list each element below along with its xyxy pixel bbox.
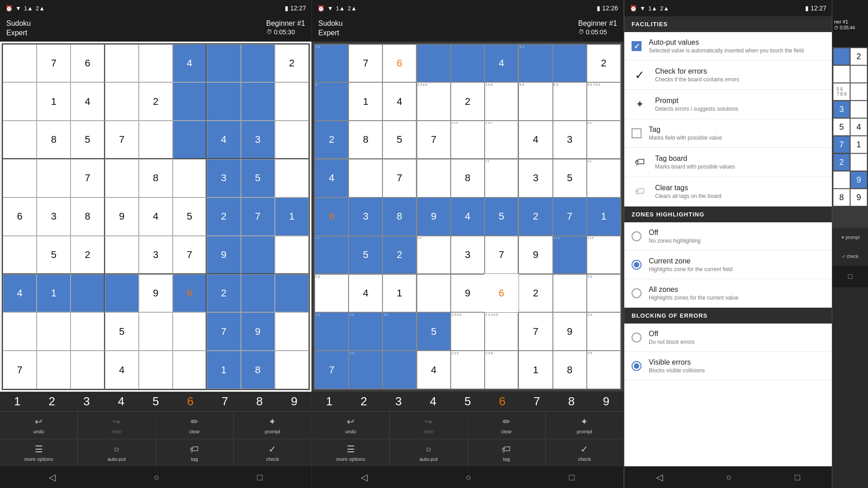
home-icon-1[interactable]: ○ bbox=[154, 472, 159, 483]
cell-1-6-2[interactable] bbox=[71, 274, 104, 313]
cell-1-0-0[interactable] bbox=[3, 44, 37, 83]
tag-btn-2[interactable]: 🏷 tag bbox=[468, 439, 546, 466]
cell-1-1-4[interactable]: 2 bbox=[139, 82, 173, 121]
num-3[interactable]: 3 bbox=[76, 394, 96, 408]
clear-btn-2[interactable]: ✏ clear bbox=[468, 412, 546, 439]
cell-1-1-5[interactable] bbox=[173, 82, 207, 121]
cell-2-5-4[interactable]: 3 bbox=[451, 236, 485, 274]
zones-off-radio[interactable] bbox=[632, 231, 642, 241]
cell-1-3-5[interactable] bbox=[173, 159, 207, 197]
p2-num-9[interactable]: 9 bbox=[596, 394, 616, 408]
cell-2-5-1[interactable]: 5 bbox=[349, 236, 382, 274]
cell-1-6-8[interactable] bbox=[275, 274, 309, 313]
cell-1-1-1[interactable]: 1 bbox=[37, 82, 71, 121]
cell-2-2-6[interactable]: 4 bbox=[519, 121, 552, 159]
cell-1-5-3[interactable] bbox=[105, 236, 139, 274]
cell-2-0-3[interactable] bbox=[417, 44, 451, 83]
cell-2-0-7[interactable] bbox=[553, 44, 587, 83]
cell-1-4-5[interactable]: 5 bbox=[173, 197, 207, 236]
cell-2-1-7[interactable]: 6 9 bbox=[553, 82, 587, 121]
cell-2-2-4[interactable]: 1 6 9 bbox=[451, 121, 485, 159]
cell-1-3-0[interactable] bbox=[3, 159, 37, 197]
cell-2-5-2[interactable]: 2 bbox=[382, 236, 416, 274]
cell-2-1-0[interactable]: 9 bbox=[315, 82, 349, 121]
cell-2-6-2[interactable]: 1 bbox=[382, 274, 416, 313]
current-zone-radio[interactable] bbox=[632, 260, 642, 270]
visible-errors-radio[interactable] bbox=[632, 361, 642, 371]
cell-2-1-8[interactable]: 5 6 7 8 9 bbox=[587, 82, 621, 121]
cell-2-4-6[interactable]: 2 bbox=[519, 197, 552, 236]
num-1[interactable]: 1 bbox=[7, 394, 27, 408]
cell-1-2-5[interactable] bbox=[173, 121, 207, 159]
auto-put-btn-2[interactable]: ○ auto-put bbox=[390, 439, 467, 466]
cell-2-6-8[interactable]: 3 5 bbox=[587, 274, 621, 313]
cell-2-4-3[interactable]: 9 bbox=[417, 197, 451, 236]
cell-2-7-5[interactable]: 1 2 3 6 8 bbox=[485, 312, 519, 351]
cell-1-5-8[interactable] bbox=[275, 236, 309, 274]
cell-1-6-0[interactable]: 4 bbox=[3, 274, 37, 313]
redo-btn-2[interactable]: ↪ redo bbox=[390, 412, 467, 439]
recents-icon-2[interactable]: □ bbox=[569, 472, 575, 483]
cell-1-0-2[interactable]: 6 bbox=[71, 44, 104, 83]
cell-2-8-5[interactable]: 2 3 6 bbox=[485, 351, 519, 389]
cell-1-7-4[interactable] bbox=[139, 312, 173, 351]
cell-1-0-6[interactable] bbox=[207, 44, 241, 83]
cell-1-7-5[interactable] bbox=[173, 312, 207, 351]
cell-2-8-8[interactable]: 3 5 bbox=[587, 351, 621, 389]
cell-2-3-8[interactable]: 4 6 bbox=[587, 159, 621, 197]
cell-2-0-5[interactable]: 4 bbox=[485, 44, 519, 83]
cell-1-7-6[interactable]: 7 bbox=[207, 312, 241, 351]
cell-2-2-5[interactable]: 1 6 9 bbox=[485, 121, 519, 159]
cell-2-3-4[interactable]: 8 bbox=[451, 159, 485, 197]
cell-1-8-5[interactable] bbox=[173, 351, 207, 389]
p2-num-1[interactable]: 1 bbox=[319, 394, 339, 408]
num-8[interactable]: 8 bbox=[250, 394, 269, 408]
cell-2-7-4[interactable]: 2 3 6 8 bbox=[451, 312, 485, 351]
cell-1-2-4[interactable] bbox=[139, 121, 173, 159]
cell-2-0-1[interactable]: 7 bbox=[349, 44, 382, 83]
check-btn-2[interactable]: ✓ check bbox=[546, 439, 623, 466]
cell-1-1-0[interactable] bbox=[3, 82, 37, 121]
settings-item-tag[interactable]: Tag Marks field with possible value bbox=[624, 119, 832, 148]
cell-1-4-2[interactable]: 8 bbox=[71, 197, 104, 236]
cell-2-4-5[interactable]: 5 bbox=[485, 197, 519, 236]
cell-1-4-4[interactable]: 4 bbox=[139, 197, 173, 236]
p2-num-3[interactable]: 3 bbox=[388, 394, 408, 408]
cell-1-6-7[interactable] bbox=[241, 274, 275, 313]
cell-2-4-4[interactable]: 4 bbox=[451, 197, 485, 236]
cell-2-3-5[interactable]: 2 6 bbox=[485, 159, 519, 197]
cell-2-7-1[interactable]: 2 6 bbox=[349, 312, 382, 351]
cell-1-3-3[interactable] bbox=[105, 159, 139, 197]
cell-1-6-1[interactable]: 1 bbox=[37, 274, 71, 313]
blocking-off-radio[interactable] bbox=[632, 333, 642, 343]
settings-item-blocking-off[interactable]: Off Do not block errors bbox=[624, 324, 832, 352]
cell-2-4-1[interactable]: 3 bbox=[349, 197, 382, 236]
p2-num-7[interactable]: 7 bbox=[527, 394, 547, 408]
cell-2-8-4[interactable]: 2 3 6 bbox=[451, 351, 485, 389]
settings-item-autoput[interactable]: ✓ Auto-put values Selected value is auto… bbox=[624, 32, 832, 61]
num-2[interactable]: 2 bbox=[42, 394, 62, 408]
cell-2-5-0[interactable]: 1 4 bbox=[315, 236, 349, 274]
cell-1-6-5[interactable]: 6 bbox=[173, 274, 207, 313]
cell-2-3-7[interactable]: 5 bbox=[553, 159, 587, 197]
settings-list[interactable]: ✓ Auto-put values Selected value is auto… bbox=[624, 32, 832, 466]
recents-icon-1[interactable]: □ bbox=[257, 472, 263, 483]
num-4[interactable]: 4 bbox=[111, 394, 131, 408]
p2-num-4[interactable]: 4 bbox=[423, 394, 443, 408]
cell-1-6-3[interactable] bbox=[105, 274, 139, 313]
cell-2-1-2[interactable]: 4 bbox=[382, 82, 416, 121]
cell-1-5-0[interactable] bbox=[3, 236, 37, 274]
cell-1-8-6[interactable]: 1 bbox=[207, 351, 241, 389]
cell-2-4-2[interactable]: 8 bbox=[382, 197, 416, 236]
cell-1-5-2[interactable]: 2 bbox=[71, 236, 104, 274]
cell-2-1-6[interactable]: 5 8 bbox=[519, 82, 552, 121]
num-7[interactable]: 7 bbox=[215, 394, 235, 408]
cell-1-7-8[interactable] bbox=[275, 312, 309, 351]
prompt-btn-2[interactable]: ✦ prompt bbox=[546, 412, 623, 439]
settings-item-visible-errors[interactable]: Visible errors Blocks visible collisions bbox=[624, 352, 832, 380]
clear-btn-1[interactable]: ✏ clear bbox=[156, 412, 234, 439]
num-5[interactable]: 5 bbox=[146, 394, 165, 408]
cell-2-1-1[interactable]: 1 bbox=[349, 82, 382, 121]
cell-2-7-6[interactable]: 7 bbox=[519, 312, 552, 351]
cell-2-6-7[interactable] bbox=[553, 274, 587, 313]
